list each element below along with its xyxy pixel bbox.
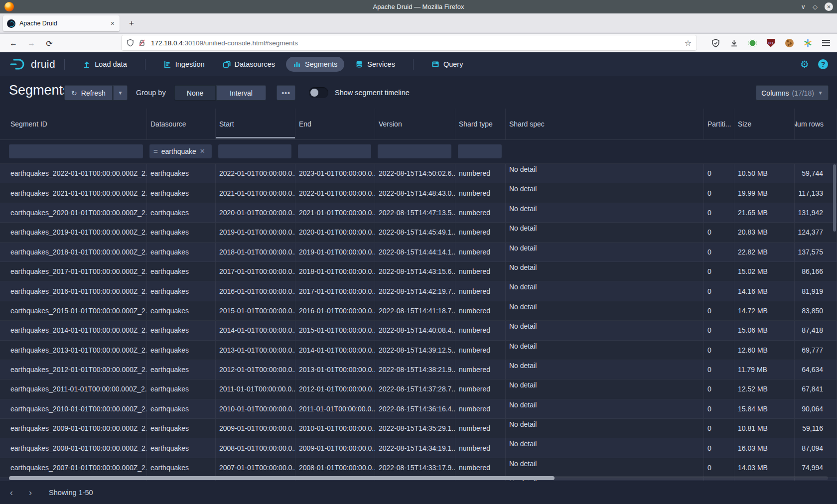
cell-shard-spec[interactable]: No detail <box>506 321 704 340</box>
menu-hamburger-icon[interactable] <box>821 38 831 48</box>
extension-green-icon[interactable] <box>747 38 757 48</box>
horizontal-scrollbar[interactable] <box>9 476 828 480</box>
shield-permissions-icon[interactable] <box>127 39 134 47</box>
cell-partiti-: 0 <box>704 379 734 398</box>
column-header-end[interactable]: End <box>295 109 375 139</box>
cell-shard-spec[interactable]: No detail <box>506 164 704 183</box>
refresh-dropdown-button[interactable]: ▼ <box>113 85 128 101</box>
cell-segment-id[interactable]: earthquakes_2016-01-01T00:00:00.000Z_2..… <box>0 281 147 300</box>
cell-segment-id[interactable]: earthquakes_2010-01-01T00:00:00.000Z_2..… <box>0 399 147 418</box>
remove-filter-icon[interactable]: ✕ <box>200 147 205 155</box>
cell-shard-type: numbered <box>455 360 506 379</box>
downloads-icon[interactable] <box>729 38 739 48</box>
next-page-button[interactable]: › <box>23 485 38 500</box>
nav-item-datasources[interactable]: Datasources <box>216 57 282 72</box>
cell-shard-spec[interactable]: No detail <box>506 183 704 202</box>
cell-shard-spec[interactable]: No detail <box>506 203 704 222</box>
protections-shield-icon[interactable] <box>710 38 720 48</box>
filter-input-version[interactable] <box>378 144 451 158</box>
table-row: earthquakes_2010-01-01T00:00:00.000Z_2..… <box>0 399 837 419</box>
cell-shard-type: numbered <box>455 438 506 457</box>
cell-shard-spec[interactable]: No detail <box>506 223 704 242</box>
refresh-button[interactable]: ↻ Refresh <box>64 85 113 101</box>
nav-item-ingestion[interactable]: Ingestion <box>156 57 212 72</box>
cell-segment-id[interactable]: earthquakes_2018-01-01T00:00:00.000Z_2..… <box>0 243 147 261</box>
back-button[interactable]: ← <box>7 37 20 50</box>
filter-chip[interactable]: =earthquake✕ <box>153 147 205 155</box>
cell-segment-id[interactable]: earthquakes_2022-01-01T00:00:00.000Z_2..… <box>0 164 147 183</box>
cell-segment-id[interactable]: earthquakes_2007-01-01T00:00:00.000Z_2..… <box>0 458 147 477</box>
cell-end: 2014-01-01T00:00:00.0... <box>295 341 375 360</box>
cell-partiti-: 0 <box>704 360 734 379</box>
reload-button[interactable]: ⟳ <box>43 37 56 50</box>
window-close-icon[interactable]: × <box>825 2 833 11</box>
bookmark-star-icon[interactable]: ☆ <box>685 38 692 48</box>
column-header-shard-type[interactable]: Shard type <box>455 109 506 139</box>
column-header-num-rows[interactable]: Num rows <box>795 109 837 139</box>
cell-shard-spec[interactable]: No detail <box>506 399 704 418</box>
filter-input-datasource[interactable]: =earthquake✕ <box>149 144 212 158</box>
cell-shard-spec[interactable]: No detail <box>506 379 704 398</box>
cookie-extension-icon[interactable] <box>784 38 794 48</box>
column-header-partiti-[interactable]: Partiti... <box>704 109 734 139</box>
horizontal-scrollbar-thumb[interactable] <box>9 476 555 480</box>
column-header-segment-id[interactable]: Segment ID <box>0 109 147 139</box>
cell-segment-id[interactable]: earthquakes_2012-01-01T00:00:00.000Z_2..… <box>0 360 147 379</box>
cell-segment-id[interactable]: earthquakes_2008-01-01T00:00:00.000Z_2..… <box>0 438 147 457</box>
cell-shard-spec[interactable]: No detail <box>506 243 704 261</box>
cell-segment-id[interactable]: earthquakes_2015-01-01T00:00:00.000Z_2..… <box>0 301 147 320</box>
column-header-datasource[interactable]: Datasource <box>147 109 216 139</box>
columns-button[interactable]: Columns (17/18) ▼ <box>756 85 829 101</box>
cell-segment-id[interactable]: earthquakes_2011-01-01T00:00:00.000Z_2..… <box>0 379 147 398</box>
nav-item-services[interactable]: Services <box>348 57 402 72</box>
group-by-interval-button[interactable]: Interval <box>216 85 266 101</box>
segment-timeline-toggle[interactable] <box>309 87 328 98</box>
nav-item-segments[interactable]: Segments <box>286 57 344 72</box>
forward-button[interactable]: → <box>25 37 38 50</box>
pagination-bar: ‹ › Showing 1-50 <box>0 481 837 504</box>
cell-segment-id[interactable]: earthquakes_2013-01-01T00:00:00.000Z_2..… <box>0 341 147 360</box>
cell-partiti-: 0 <box>704 223 734 242</box>
cell-segment-id[interactable]: earthquakes_2017-01-01T00:00:00.000Z_2..… <box>0 262 147 281</box>
cell-shard-spec[interactable]: No detail <box>506 281 704 300</box>
window-maximize-icon[interactable]: ◇ <box>813 3 818 10</box>
url-bar[interactable]: 172.18.0.4:30109/unified-console.html#se… <box>122 35 697 50</box>
multicolor-asterisk-extension-icon[interactable] <box>803 38 813 48</box>
filter-input-start[interactable] <box>218 144 291 158</box>
druid-logo[interactable]: druid <box>10 58 55 71</box>
column-header-size[interactable]: Size <box>734 109 795 139</box>
cell-shard-spec[interactable]: No detail <box>506 438 704 457</box>
filter-input-shard-type[interactable] <box>458 144 502 158</box>
help-icon[interactable]: ? <box>818 59 828 69</box>
cell-segment-id[interactable]: earthquakes_2014-01-01T00:00:00.000Z_2..… <box>0 321 147 340</box>
browser-tab[interactable]: Apache Druid × <box>3 15 120 31</box>
previous-page-button[interactable]: ‹ <box>4 485 19 500</box>
url-text[interactable]: 172.18.0.4:30109/unified-console.html#se… <box>151 39 685 47</box>
cell-shard-spec[interactable]: No detail <box>506 458 704 477</box>
column-header-version[interactable]: Version <box>375 109 455 139</box>
cell-shard-spec[interactable]: No detail <box>506 419 704 438</box>
more-options-button[interactable]: ••• <box>277 85 295 101</box>
group-by-none-button[interactable]: None <box>174 85 216 101</box>
vertical-scrollbar-thumb[interactable] <box>833 164 836 232</box>
filter-input-end[interactable] <box>298 144 371 158</box>
ublock-origin-icon[interactable]: uO <box>766 38 776 48</box>
filter-input-segment-id[interactable] <box>9 144 143 158</box>
window-minimize-icon[interactable]: ∨ <box>801 3 806 10</box>
cell-shard-spec[interactable]: No detail <box>506 360 704 379</box>
new-tab-button[interactable]: + <box>126 17 138 29</box>
tab-close-icon[interactable]: × <box>110 19 116 27</box>
cell-shard-spec[interactable]: No detail <box>506 301 704 320</box>
cell-shard-spec[interactable]: No detail <box>506 262 704 281</box>
cell-segment-id[interactable]: earthquakes_2021-01-01T00:00:00.000Z_2..… <box>0 183 147 202</box>
cell-segment-id[interactable]: earthquakes_2020-01-01T00:00:00.000Z_2..… <box>0 203 147 222</box>
column-header-shard-spec[interactable]: Shard spec <box>506 109 704 139</box>
insecure-lock-icon[interactable] <box>138 39 146 47</box>
nav-item-load-data[interactable]: Load data <box>76 57 134 72</box>
cell-segment-id[interactable]: earthquakes_2009-01-01T00:00:00.000Z_2..… <box>0 419 147 438</box>
nav-item-query[interactable]: Query <box>424 57 470 72</box>
settings-gear-icon[interactable]: ⚙ <box>800 58 809 70</box>
column-header-start[interactable]: Start <box>216 109 295 139</box>
cell-segment-id[interactable]: earthquakes_2019-01-01T00:00:00.000Z_2..… <box>0 223 147 242</box>
cell-shard-spec[interactable]: No detail <box>506 341 704 360</box>
